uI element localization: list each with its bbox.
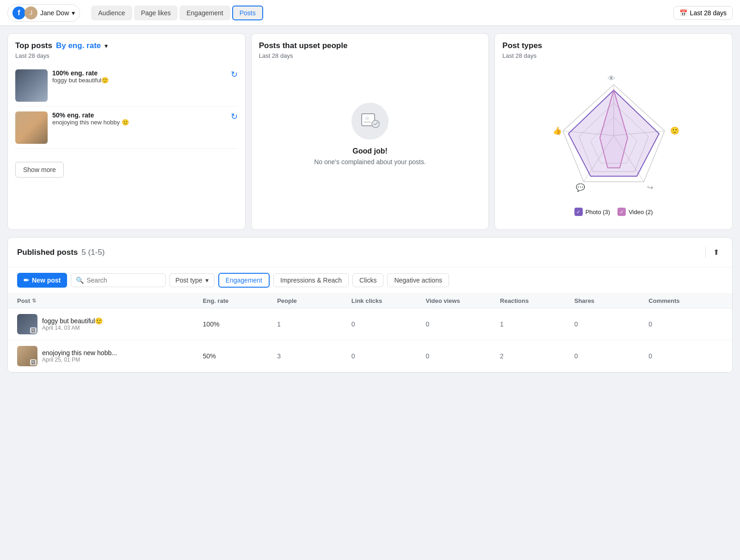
sort-by-eng-btn[interactable]: By eng. rate (56, 41, 101, 50)
tab-engagement-btn[interactable]: Engagement (218, 273, 270, 288)
tab-clicks-btn[interactable]: Clicks (352, 273, 383, 287)
row-2-comments: 0 (648, 352, 723, 360)
row-2-thumb-icon: 🖼 (30, 359, 37, 365)
pencil-icon: ✏ (24, 277, 29, 284)
tab-negative-btn[interactable]: Negative actions (387, 273, 449, 287)
good-job-subtitle: No one's complained about your posts. (314, 158, 426, 166)
good-job-title: Good job! (352, 147, 388, 155)
post-eng-rate-2: 50% eng. rate (52, 111, 226, 119)
post-type-chevron-icon: ▾ (205, 277, 209, 284)
refresh-icon-1[interactable]: ↻ (231, 69, 238, 80)
post-info-1: 100% eng. rate foggy but beautiful🙂 (52, 69, 226, 84)
show-more-button[interactable]: Show more (15, 162, 64, 178)
calendar-icon: 📅 (679, 9, 687, 17)
row-1-thumb: 🖼 (17, 314, 37, 334)
cards-row: Top posts By eng. rate ▾ Last 28 days 10… (0, 26, 740, 237)
row-1-post-cell: 🖼 foggy but beautiful🙂 April 14, 03 AM (17, 314, 203, 334)
row-1-link-clicks: 0 (352, 320, 426, 328)
col-shares: Shares (574, 297, 649, 304)
legend-photo[interactable]: ✓ Photo (3) (574, 208, 610, 216)
nav-tabs: Audience Page likes Engagement Posts (91, 6, 263, 20)
legend-video[interactable]: ✓ Video (2) (617, 208, 653, 216)
date-range-label: Last 28 days (690, 9, 727, 17)
upset-posts-card: Posts that upset people Last 28 days Goo… (251, 33, 489, 230)
svg-point-2 (365, 117, 369, 120)
new-post-label: New post (32, 277, 61, 284)
published-posts-section: Published posts 5 (1-5) ⬆ ✏ New post 🔍 P… (7, 237, 733, 373)
chevron-down-icon: ▾ (72, 9, 75, 17)
sort-chevron-icon: ▾ (105, 42, 108, 49)
post-eng-rate-1: 100% eng. rate (52, 69, 226, 77)
row-2-thumb: 🖼 (17, 346, 37, 366)
svg-text:↪: ↪ (647, 184, 653, 191)
post-types-title: Post types (502, 41, 725, 50)
col-link-clicks: Link clicks (352, 297, 426, 304)
new-post-button[interactable]: ✏ New post (17, 273, 67, 288)
col-post: Post ⇅ (17, 297, 203, 304)
row-2-video-views: 0 (426, 352, 500, 360)
post-types-card: Post types Last 28 days (494, 33, 733, 230)
row-1-video-views: 0 (426, 320, 500, 328)
tab-audience[interactable]: Audience (91, 6, 132, 20)
row-2-post-date: April 25, 01 PM (42, 357, 117, 363)
published-posts-header: Published posts 5 (1-5) ⬆ (8, 238, 732, 267)
col-eng-rate: Eng. rate (203, 297, 278, 304)
row-1-post-name: foggy but beautiful🙂 (42, 317, 103, 325)
svg-text:👍: 👍 (553, 126, 562, 135)
post-types-period: Last 28 days (502, 52, 725, 59)
row-2-reactions: 2 (500, 352, 574, 360)
svg-point-1 (372, 120, 379, 128)
row-2-link-clicks: 0 (352, 352, 426, 360)
row-2-eng-rate: 50% (203, 352, 278, 360)
top-posts-card: Top posts By eng. rate ▾ Last 28 days 10… (7, 33, 246, 230)
facebook-icon: f (12, 6, 25, 19)
row-2-post-name: enojoying this new hobb... (42, 349, 117, 357)
tab-posts[interactable]: Posts (232, 6, 263, 20)
published-count: 5 (1-5) (81, 248, 105, 257)
post-type-label: Post type (175, 277, 202, 284)
table-row: 🖼 enojoying this new hobb... April 25, 0… (8, 340, 732, 372)
tab-impressions-btn[interactable]: Impressions & Reach (273, 273, 349, 287)
radar-chart: 👁 🙂 ↪ 💬 👍 (544, 71, 683, 200)
col-people: People (277, 297, 352, 304)
row-1-post-date: April 14, 03 AM (42, 325, 103, 331)
header-divider (705, 247, 706, 258)
top-posts-title: Top posts (15, 41, 52, 50)
post-types-legend: ✓ Photo (3) ✓ Video (2) (574, 208, 653, 216)
row-2-post-info: enojoying this new hobb... April 25, 01 … (42, 349, 117, 363)
tab-engagement[interactable]: Engagement (179, 6, 230, 20)
upset-container: Good job! No one's complained about your… (259, 65, 481, 203)
col-reactions: Reactions (500, 297, 574, 304)
post-type-button[interactable]: Post type ▾ (169, 273, 214, 287)
upset-period: Last 28 days (259, 52, 481, 59)
sort-icon[interactable]: ⇅ (32, 298, 36, 304)
refresh-icon-2[interactable]: ↻ (231, 111, 238, 122)
export-button[interactable]: ⬆ (709, 245, 723, 259)
avatar: J (25, 6, 37, 19)
legend-video-label: Video (2) (629, 209, 653, 215)
account-selector[interactable]: f J Jane Dow ▾ (7, 4, 80, 22)
upset-title: Posts that upset people (259, 41, 481, 50)
post-thumb-foggy-1 (15, 69, 48, 102)
row-1-shares: 0 (574, 320, 649, 328)
row-1-eng-rate: 100% (203, 320, 278, 328)
row-1-thumb-icon: 🖼 (30, 327, 37, 333)
row-2-post-cell: 🖼 enojoying this new hobb... April 25, 0… (17, 346, 203, 366)
col-video-views: Video views (426, 297, 500, 304)
post-thumb-hobby-1 (15, 111, 48, 144)
search-input[interactable] (86, 277, 160, 284)
legend-video-check: ✓ (617, 208, 626, 216)
row-2-people: 3 (277, 352, 352, 360)
legend-photo-check: ✓ (574, 208, 583, 216)
date-range-button[interactable]: 📅 Last 28 days (673, 6, 733, 20)
svg-rect-3 (364, 122, 371, 123)
col-post-label: Post (17, 297, 30, 304)
top-post-item-1: 100% eng. rate foggy but beautiful🙂 ↻ (15, 65, 238, 107)
legend-photo-label: Photo (3) (586, 209, 610, 215)
post-text-1: foggy but beautiful🙂 (52, 77, 226, 84)
good-job-icon (352, 103, 388, 140)
post-text-2: enojoying this new hobby 🙂 (52, 119, 226, 126)
tab-page-likes[interactable]: Page likes (134, 6, 178, 20)
col-comments: Comments (648, 297, 723, 304)
svg-text:👁: 👁 (608, 74, 615, 82)
